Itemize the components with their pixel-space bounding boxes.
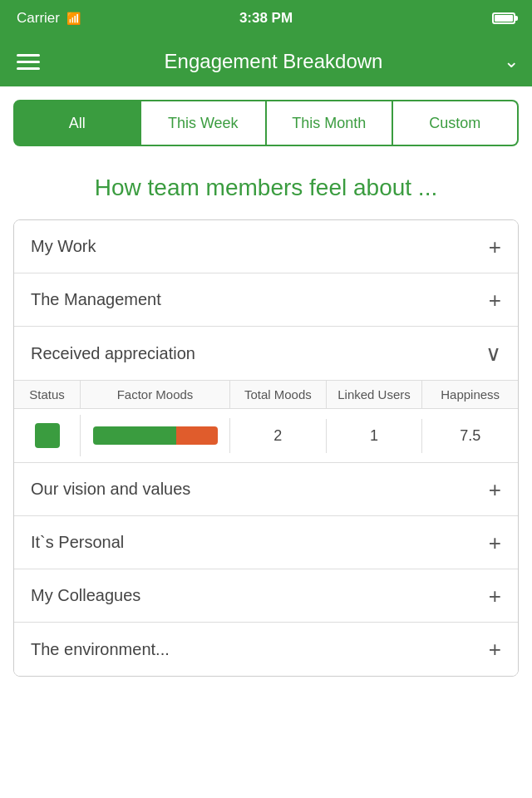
list-item-its-personal-expand-icon: + [489,532,501,554]
list-item-our-vision-label: Our vision and values [31,480,190,499]
status-dot-green [35,423,60,448]
list-item-my-colleagues-label: My Colleagues [31,586,140,605]
list-item-the-environment[interactable]: The environment... + [14,623,518,676]
list-item-received-appreciation-collapse-icon: ∨ [485,342,501,364]
status-bar: Carrier 📶 3:38 PM [0,0,532,37]
list-item-its-personal-label: It`s Personal [31,533,124,552]
table-cell-happiness: 7.5 [422,419,518,453]
table-data-row: 2 1 7.5 [14,409,518,462]
table-cell-status [14,415,81,456]
table-header-linked-users: Linked Users [327,381,423,408]
list-item-the-management-expand-icon: + [489,289,501,311]
list-item-my-work[interactable]: My Work + [14,220,518,273]
wifi-icon: 📶 [66,12,81,25]
filter-custom-button[interactable]: Custom [393,100,520,146]
status-bar-left: Carrier 📶 [17,10,81,27]
hamburger-menu-icon[interactable] [13,51,43,73]
list-item-the-management-label: The Management [31,290,161,309]
list-item-my-work-expand-icon: + [489,236,501,258]
mood-bar-orange-segment [176,426,218,445]
list-item-our-vision[interactable]: Our vision and values + [14,463,518,516]
nav-chevron-icon[interactable]: ⌄ [504,51,519,72]
subtitle-text: How team members feel about ... [0,153,532,219]
carrier-label: Carrier [17,10,60,27]
filter-this-week-button[interactable]: This Week [141,100,268,146]
list-item-received-appreciation: Received appreciation ∨ Status Factor Mo… [14,327,518,463]
list-item-its-personal[interactable]: It`s Personal + [14,516,518,569]
mood-bar-green-segment [93,426,176,445]
mood-bar [93,426,218,445]
list-item-the-management[interactable]: The Management + [14,273,518,327]
nav-bar: Engagement Breakdown ⌄ [0,37,532,86]
table-header-total-moods: Total Moods [230,381,327,408]
filter-this-month-button[interactable]: This Month [267,100,393,146]
list-item-our-vision-expand-icon: + [489,479,501,500]
filter-all-button[interactable]: All [13,100,141,146]
table-cell-linked-users: 1 [327,419,423,453]
table-header-row: Status Factor Moods Total Moods Linked U… [14,381,518,409]
table-cell-factor-moods [81,418,230,453]
table-header-status: Status [14,381,81,408]
table-header-factor-moods: Factor Moods [81,381,230,408]
list-item-received-appreciation-label: Received appreciation [31,344,195,363]
list-item-my-colleagues-expand-icon: + [489,585,501,607]
list-item-my-colleagues[interactable]: My Colleagues + [14,569,518,623]
topic-list: My Work + The Management + Received appr… [13,219,519,677]
nav-title: Engagement Breakdown [43,50,504,73]
table-header-happiness: Happiness [422,381,518,408]
expanded-table: Status Factor Moods Total Moods Linked U… [14,380,518,462]
filter-row: All This Week This Month Custom [0,86,532,153]
list-item-the-environment-expand-icon: + [489,638,501,660]
battery-icon [492,12,515,24]
status-bar-time: 3:38 PM [239,10,293,27]
table-cell-total-moods: 2 [230,419,327,453]
list-item-the-environment-label: The environment... [31,640,170,659]
list-item-my-work-label: My Work [31,237,96,256]
list-item-received-appreciation-header[interactable]: Received appreciation ∨ [14,327,518,380]
